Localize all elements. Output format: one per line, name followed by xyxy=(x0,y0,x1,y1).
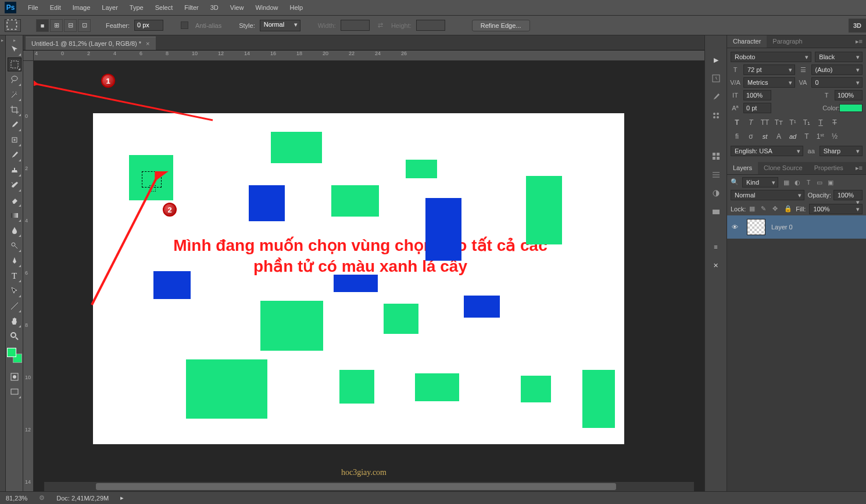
lock-all-icon[interactable]: 🔒 xyxy=(784,205,792,213)
eraser-tool[interactable] xyxy=(8,193,22,207)
blur-tool[interactable] xyxy=(8,224,22,237)
layer-thumbnail[interactable] xyxy=(747,219,765,235)
ot-t[interactable]: T xyxy=(801,132,812,141)
gradient-tool[interactable] xyxy=(8,208,22,222)
menu-view[interactable]: View xyxy=(224,2,250,13)
history-panel-icon[interactable] xyxy=(709,71,723,85)
quick-mask-icon[interactable] xyxy=(8,370,22,384)
menu-help[interactable]: Help xyxy=(284,2,309,13)
style-select[interactable]: Normal xyxy=(260,20,300,31)
ot-sigma[interactable]: σ xyxy=(746,132,756,141)
layer-name[interactable]: Layer 0 xyxy=(771,224,793,231)
document-tab[interactable]: Untitled-1 @ 81,2% (Layer 0, RGB/8) * × xyxy=(26,37,156,50)
tab-layers[interactable]: Layers xyxy=(727,162,758,174)
styles-panel-icon[interactable] xyxy=(709,168,723,182)
layer-row[interactable]: 👁 Layer 0 xyxy=(727,215,866,239)
filter-type-icon[interactable]: T xyxy=(804,178,813,187)
brush-tool[interactable] xyxy=(8,148,22,162)
rectangle-tool[interactable] xyxy=(8,299,22,313)
tab-clone-source[interactable]: Clone Source xyxy=(758,162,808,174)
menu-3d[interactable]: 3D xyxy=(205,2,224,13)
feather-input[interactable]: 0 px xyxy=(134,20,163,31)
ot-a[interactable]: A xyxy=(774,132,784,141)
underline-button[interactable]: T xyxy=(815,118,826,127)
panel-menu-layers-icon[interactable]: ▸≡ xyxy=(852,162,866,174)
eyedropper-tool[interactable] xyxy=(8,118,22,132)
adjustments-panel-icon[interactable] xyxy=(709,186,723,200)
ot-ad[interactable]: ad xyxy=(788,132,798,141)
menu-window[interactable]: Window xyxy=(249,2,284,13)
collapsed-left-panel[interactable] xyxy=(0,35,6,491)
menu-image[interactable]: Image xyxy=(67,2,96,13)
panel-menu-icon[interactable]: ▸≡ xyxy=(852,35,866,48)
navigator-panel-icon[interactable]: ✕ xyxy=(709,258,723,272)
font-size-select[interactable]: 72 pt xyxy=(743,64,795,75)
strikethrough-button[interactable]: T xyxy=(829,118,840,127)
kerning-select[interactable]: Metrics xyxy=(743,77,795,88)
hscale-input[interactable]: 100% xyxy=(835,90,863,100)
clone-stamp-tool[interactable] xyxy=(8,163,22,177)
move-tool[interactable] xyxy=(8,42,22,56)
baseline-input[interactable]: 0 pt xyxy=(743,103,771,113)
pen-tool[interactable] xyxy=(8,254,22,268)
font-family-select[interactable]: Roboto xyxy=(731,52,811,62)
ot-half[interactable]: ½ xyxy=(829,132,840,141)
path-selection-tool[interactable] xyxy=(8,284,22,298)
lasso-tool[interactable] xyxy=(8,73,22,87)
allcaps-button[interactable]: TT xyxy=(760,118,770,127)
play-icon[interactable]: ▶ xyxy=(709,53,723,67)
antialias-select[interactable]: Sharp xyxy=(820,146,863,156)
status-gear-icon[interactable]: ⚙ xyxy=(39,494,45,502)
bold-button[interactable]: T xyxy=(732,118,742,127)
hand-tool[interactable] xyxy=(8,314,22,328)
scrollbar-horizontal[interactable] xyxy=(44,482,694,491)
swatches-panel-icon[interactable] xyxy=(709,149,723,163)
tool-preset-icon[interactable] xyxy=(5,19,21,32)
zoom-tool[interactable] xyxy=(8,329,22,343)
lock-transparency-icon[interactable]: ▦ xyxy=(749,205,757,213)
layer-visibility-icon[interactable]: 👁 xyxy=(732,224,741,231)
leading-select[interactable]: (Auto) xyxy=(811,64,863,75)
magic-wand-tool[interactable] xyxy=(8,88,22,102)
color-swatches[interactable] xyxy=(7,348,22,363)
brush-presets-icon[interactable] xyxy=(709,109,723,123)
document-canvas[interactable]: Mình đang muốn chọn vùng chọn cho tất cả… xyxy=(93,113,624,444)
selection-intersect-icon[interactable]: ⊡ xyxy=(78,19,91,32)
italic-button[interactable]: T xyxy=(746,118,756,127)
blend-mode-select[interactable]: Normal xyxy=(731,190,804,200)
dodge-tool[interactable] xyxy=(8,239,22,253)
ot-st[interactable]: st xyxy=(760,132,770,141)
selection-subtract-icon[interactable]: ⊟ xyxy=(64,19,77,32)
screen-mode-icon[interactable] xyxy=(8,385,22,399)
selection-new-icon[interactable]: ■ xyxy=(36,19,49,32)
status-more-icon[interactable]: ▸ xyxy=(120,494,124,502)
menu-filter[interactable]: Filter xyxy=(178,2,204,13)
brush-panel-icon[interactable] xyxy=(709,90,723,104)
smallcaps-button[interactable]: Tᴛ xyxy=(774,118,784,127)
marquee-tool[interactable] xyxy=(8,57,22,71)
superscript-button[interactable]: T¹ xyxy=(788,118,798,127)
lock-pixels-icon[interactable]: ✎ xyxy=(761,205,769,213)
lock-position-icon[interactable]: ✥ xyxy=(772,205,781,213)
tab-paragraph[interactable]: Paragraph xyxy=(767,35,808,48)
ot-1st[interactable]: 1ˢᵗ xyxy=(815,132,826,141)
healing-brush-tool[interactable] xyxy=(8,133,22,147)
foreground-color-swatch[interactable] xyxy=(7,348,16,357)
filter-smart-icon[interactable]: ▣ xyxy=(826,178,835,187)
tracking-select[interactable]: 0 xyxy=(811,77,863,88)
document-tab-close-icon[interactable]: × xyxy=(146,40,149,47)
selection-add-icon[interactable]: ⊞ xyxy=(50,19,63,32)
text-color-swatch[interactable] xyxy=(839,104,863,112)
tab-properties[interactable]: Properties xyxy=(808,162,849,174)
font-weight-select[interactable]: Black xyxy=(815,52,863,62)
menu-type[interactable]: Type xyxy=(124,2,149,13)
filter-adjust-icon[interactable]: ◐ xyxy=(793,178,802,187)
filter-shape-icon[interactable]: ▭ xyxy=(815,178,824,187)
menu-file[interactable]: File xyxy=(22,2,44,13)
ot-fi[interactable]: fi xyxy=(732,132,742,141)
crop-tool[interactable] xyxy=(8,103,22,117)
info-panel-icon[interactable]: ≡ xyxy=(709,240,723,254)
opacity-input[interactable]: 100% xyxy=(833,190,863,200)
menu-layer[interactable]: Layer xyxy=(96,2,124,13)
menu-select[interactable]: Select xyxy=(149,2,179,13)
